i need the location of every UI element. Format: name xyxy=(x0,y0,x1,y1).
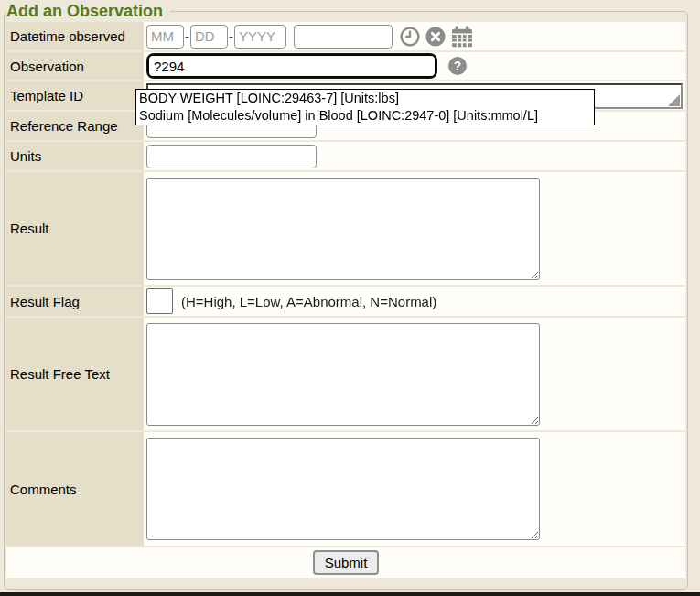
units-input[interactable] xyxy=(146,145,317,168)
bottom-divider-bar xyxy=(0,592,700,596)
clock-icon[interactable] xyxy=(399,26,421,48)
units-row: Units xyxy=(6,142,685,170)
result-flag-field-cell: (H=High, L=Low, A=Abnormal, N=Normal) xyxy=(144,287,685,316)
date-separator: - xyxy=(229,28,233,44)
result-free-text-field-cell xyxy=(144,318,685,430)
autocomplete-item[interactable]: BODY WEIGHT [LOINC:29463-7] [Units:lbs] xyxy=(136,90,594,107)
year-input[interactable] xyxy=(234,25,286,49)
datetime-row: Datetime observed - - xyxy=(6,22,685,50)
result-field-cell xyxy=(144,172,685,285)
observation-row: Observation ? xyxy=(6,52,685,80)
result-flag-label: Result Flag xyxy=(6,287,144,316)
question-mark-icon[interactable]: ? xyxy=(448,57,467,75)
submit-button[interactable]: Submit xyxy=(313,550,380,575)
datetime-field-cell: - - xyxy=(144,22,685,50)
calendar-icon[interactable] xyxy=(450,25,474,49)
month-input[interactable] xyxy=(146,25,184,49)
result-flag-hint: (H=High, L=Low, A=Abnormal, N=Normal) xyxy=(181,294,436,309)
submit-row: Submit xyxy=(6,547,685,578)
result-flag-input[interactable] xyxy=(146,288,173,314)
comments-row: Comments xyxy=(6,432,685,546)
units-label: Units xyxy=(6,142,144,170)
observation-label: Observation xyxy=(6,52,144,80)
observation-field-cell: ? xyxy=(144,52,685,80)
date-separator: - xyxy=(185,28,189,44)
result-free-text-row: Result Free Text xyxy=(6,318,685,430)
units-field-cell xyxy=(144,142,685,170)
result-label: Result xyxy=(6,172,144,285)
result-free-text-textarea[interactable] xyxy=(146,323,540,426)
template-id-label: Template ID xyxy=(6,81,144,110)
observation-autocomplete-dropdown: BODY WEIGHT [LOINC:29463-7] [Units:lbs] … xyxy=(135,89,595,125)
observation-input[interactable] xyxy=(146,53,437,79)
comments-textarea[interactable] xyxy=(146,438,540,540)
autocomplete-item[interactable]: Sodium [Molecules/volume] in Blood [LOIN… xyxy=(136,107,594,125)
comments-field-cell xyxy=(144,432,685,546)
day-input[interactable] xyxy=(190,25,228,49)
result-textarea[interactable] xyxy=(146,178,540,280)
reference-range-label: Reference Range xyxy=(6,112,144,140)
clear-date-icon[interactable] xyxy=(425,26,447,48)
result-free-text-label: Result Free Text xyxy=(6,318,144,430)
datetime-label: Datetime observed xyxy=(6,22,144,50)
page-title: Add an Observation xyxy=(6,2,170,21)
result-row: Result xyxy=(6,172,685,285)
comments-label: Comments xyxy=(6,432,144,546)
time-input[interactable] xyxy=(294,25,393,49)
result-flag-row: Result Flag (H=High, L=Low, A=Abnormal, … xyxy=(6,287,685,316)
